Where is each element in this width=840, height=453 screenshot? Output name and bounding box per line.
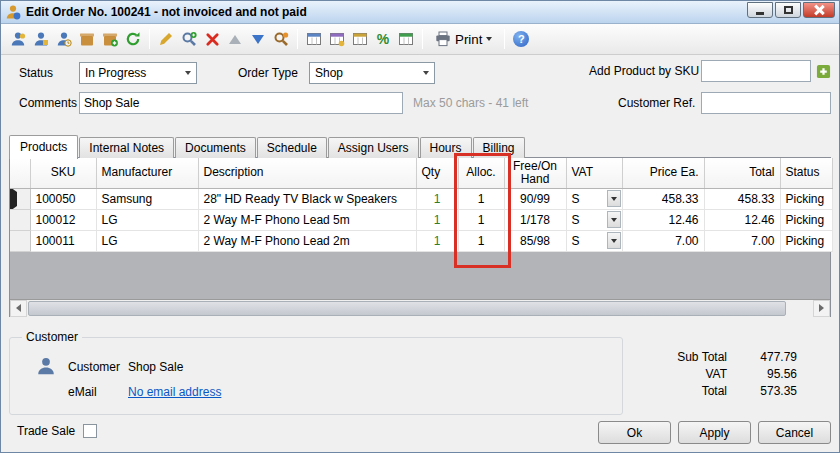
cell-manufacturer[interactable]: LG [96,209,198,230]
customer-icon[interactable] [36,356,56,376]
column-header-alloc[interactable]: Alloc. [458,158,504,188]
status-select[interactable]: In Progress [79,62,197,84]
cell-price-ea[interactable]: 7.00 [622,230,704,251]
tab-documents[interactable]: Documents [175,137,256,158]
minimize-button[interactable] [747,2,773,18]
print-button[interactable]: Print [428,27,499,51]
discount-percent-icon[interactable]: % [372,28,394,50]
find-history-icon[interactable] [270,28,292,50]
package-icon[interactable] [76,28,98,50]
close-button[interactable] [803,2,835,18]
tab-products[interactable]: Products [9,135,78,159]
column-header-manufacturer[interactable]: Manufacturer [96,158,198,188]
customer-history-icon[interactable] [53,28,75,50]
customer-ref-input[interactable] [701,92,831,114]
email-link[interactable]: No email address [128,385,221,399]
report-ledger-icon[interactable] [349,28,371,50]
cell-qty[interactable]: 1 [416,188,458,209]
tab-internal-notes[interactable]: Internal Notes [79,137,174,158]
move-up-icon[interactable] [224,28,246,50]
cell-qty[interactable]: 1 [416,230,458,251]
cell-price-ea[interactable]: 12.46 [622,209,704,230]
apply-button[interactable]: Apply [678,421,751,444]
cell-alloc[interactable]: 1 [458,209,504,230]
add-product-input[interactable] [701,60,811,82]
cell-manufacturer[interactable]: LG [96,230,198,251]
report-invoice-icon[interactable] [326,28,348,50]
cell-status[interactable]: Picking [780,209,832,230]
cell-description[interactable]: 2 Way M-F Phono Lead 2m [198,230,416,251]
add-product-go-icon[interactable] [814,62,832,80]
cell-total[interactable]: 12.46 [704,209,780,230]
tab-billing[interactable]: Billing [473,137,525,158]
sub-total-value: 477.79 [727,349,797,366]
email-label: eMail [68,385,97,399]
delete-icon[interactable] [201,28,223,50]
help-icon[interactable]: ? [510,28,532,50]
cell-total[interactable]: 458.33 [704,188,780,209]
cell-status[interactable]: Picking [780,230,832,251]
cell-free-on-hand[interactable]: 90/99 [504,188,566,209]
trade-sale-checkbox[interactable] [83,424,97,438]
cell-qty[interactable]: 1 [416,209,458,230]
table-row[interactable]: 100050 Samsung 28" HD Ready TV Black w S… [10,188,832,209]
scroll-left-icon[interactable] [10,300,27,317]
row-selector[interactable] [10,209,30,230]
customers-icon[interactable] [7,28,29,50]
scrollbar-thumb[interactable] [28,301,786,316]
ok-button[interactable]: Ok [598,421,671,444]
column-header-sku[interactable]: SKU [30,158,96,188]
customer-edit-icon[interactable] [30,28,52,50]
grid-header-row: SKU Manufacturer Description Qty Alloc. … [10,158,832,188]
cell-manufacturer[interactable]: Samsung [96,188,198,209]
customer-groupbox: Customer Customer Shop Sale eMail No ema… [9,337,623,415]
edit-pencil-icon[interactable] [155,28,177,50]
cell-free-on-hand[interactable]: 1/178 [504,209,566,230]
vat-select[interactable]: S [568,210,621,229]
move-down-icon[interactable] [247,28,269,50]
column-header-qty[interactable]: Qty [416,158,458,188]
table-row[interactable]: 100011 LG 2 Way M-F Phono Lead 2m 1 1 85… [10,230,832,251]
report-grid-icon[interactable] [395,28,417,50]
toolbar: % Print ? [1,24,839,55]
cell-free-on-hand[interactable]: 85/98 [504,230,566,251]
tab-schedule[interactable]: Schedule [257,137,327,158]
cell-description[interactable]: 28" HD Ready TV Black w Speakers [198,188,416,209]
cell-description[interactable]: 2 Way M-F Phono Lead 5m [198,209,416,230]
column-header-price-ea[interactable]: Price Ea. [622,158,704,188]
column-header-status[interactable]: Status [780,158,832,188]
status-label: Status [19,66,53,80]
cancel-button[interactable]: Cancel [758,421,831,444]
row-selector[interactable] [10,230,30,251]
comments-input[interactable] [79,92,403,114]
cell-status[interactable]: Picking [780,188,832,209]
refresh-icon[interactable] [122,28,144,50]
horizontal-scrollbar[interactable] [10,300,830,317]
order-totals: Sub Total477.79 VAT95.56 Total573.35 [647,349,797,400]
report-table-icon[interactable] [303,28,325,50]
package-add-icon[interactable] [99,28,121,50]
cell-sku[interactable]: 100012 [30,209,96,230]
maximize-button[interactable] [775,2,801,18]
cell-sku[interactable]: 100011 [30,230,96,251]
column-header-free-on-hand[interactable]: Free/On Hand [504,158,566,188]
cell-price-ea[interactable]: 458.33 [622,188,704,209]
vat-select[interactable]: S [568,231,621,250]
order-type-select[interactable]: Shop [309,62,435,84]
cell-sku[interactable]: 100050 [30,188,96,209]
find-add-icon[interactable] [178,28,200,50]
column-header-description[interactable]: Description [198,158,416,188]
cell-alloc[interactable]: 1 [458,188,504,209]
table-row[interactable]: 100012 LG 2 Way M-F Phono Lead 5m 1 1 1/… [10,209,832,230]
row-selector[interactable] [10,188,30,209]
cell-alloc[interactable]: 1 [458,230,504,251]
cell-total[interactable]: 7.00 [704,230,780,251]
column-header-vat[interactable]: VAT [566,158,622,188]
scroll-right-icon[interactable] [813,300,830,317]
vat-select[interactable]: S [568,189,621,208]
cell-vat: S [566,188,622,209]
tab-hours[interactable]: Hours [420,137,472,158]
products-grid: SKU Manufacturer Description Qty Alloc. … [9,157,831,317]
column-header-total[interactable]: Total [704,158,780,188]
tab-assign-users[interactable]: Assign Users [328,137,419,158]
